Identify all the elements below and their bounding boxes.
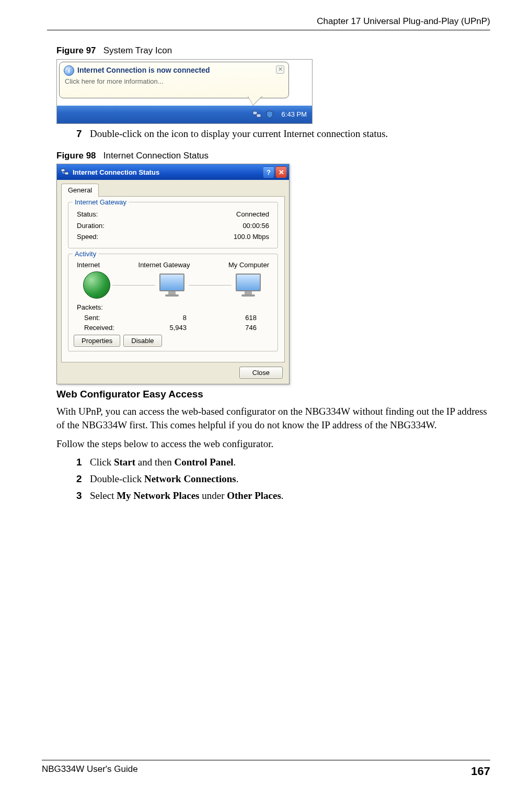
step-7: 7 Double-click on the icon to display yo…	[76, 127, 490, 141]
legend-gateway: Internet Gateway	[73, 198, 129, 207]
recv-gw: 5,943	[129, 323, 199, 333]
figure97-caption: Figure 97 System Tray Icon	[56, 45, 490, 57]
dialog-panel: Internet Gateway Status: Connected Durat…	[61, 196, 285, 362]
step-3-text: Select My Network Places under Other Pla…	[90, 489, 490, 503]
header-rule	[47, 30, 490, 30]
balloon-close-icon[interactable]: ✕	[276, 65, 284, 74]
shield-tray-icon[interactable]	[265, 110, 274, 119]
speed-label: Speed:	[77, 232, 98, 242]
figure97-text: System Tray Icon	[103, 45, 172, 55]
step-3-num: 3	[76, 489, 90, 503]
step-7-number: 7	[76, 127, 90, 141]
gateway-monitor-icon	[157, 274, 187, 297]
received-label: Received:	[77, 323, 129, 333]
sent-gw: 8	[129, 313, 199, 323]
svg-rect-3	[65, 172, 68, 175]
status-value: Connected	[236, 210, 269, 219]
figure98-text: Internet Connection Status	[103, 151, 209, 161]
figure98-dialog: Internet Connection Status ? ✕ General I…	[56, 164, 290, 384]
dialog-icon	[60, 167, 70, 177]
balloon-tail	[248, 96, 262, 105]
balloon-title-text: Internet Connection is now connected	[77, 65, 210, 75]
figure97-label: Figure 97	[56, 45, 96, 55]
col-mycomputer: My Computer	[228, 260, 269, 270]
svg-rect-2	[61, 169, 65, 172]
activity-line-1	[112, 285, 155, 286]
step-2-num: 2	[76, 472, 90, 486]
sent-label: Sent:	[77, 313, 129, 323]
step-2-text: Double-click Network Connections.	[90, 472, 490, 486]
footer-guide: NBG334W User's Guide	[42, 764, 138, 779]
tab-general[interactable]: General	[61, 184, 99, 197]
sent-pc: 618	[199, 313, 269, 323]
figure98-label: Figure 98	[56, 151, 96, 161]
status-label: Status:	[77, 210, 98, 219]
taskbar: 6:43 PM	[57, 106, 312, 123]
chapter-header: Chapter 17 Universal Plug-and-Play (UPnP…	[47, 16, 490, 28]
close-icon[interactable]: ✕	[275, 166, 287, 178]
step-7-text: Double-click on the icon to display your…	[90, 127, 490, 141]
dialog-title: Internet Connection Status	[73, 168, 159, 177]
steps-list: 1 Click Start and then Control Panel. 2 …	[76, 456, 490, 502]
dialog-titlebar: Internet Connection Status ? ✕	[57, 164, 289, 180]
activity-line-2	[189, 285, 232, 286]
properties-button[interactable]: Properties	[74, 335, 120, 347]
figure98-caption: Figure 98 Internet Connection Status	[56, 150, 490, 162]
group-internet-gateway: Internet Gateway Status: Connected Durat…	[68, 202, 278, 248]
step-2: 2 Double-click Network Connections.	[76, 472, 490, 486]
figure97-image: i Internet Connection is now connected C…	[56, 59, 313, 124]
section-heading: Web Configurator Easy Access	[56, 388, 490, 401]
taskbar-clock: 6:43 PM	[282, 110, 307, 119]
col-gateway: Internet Gateway	[138, 260, 190, 270]
section-para1: With UPnP, you can access the web-based …	[56, 405, 490, 431]
speed-value: 100.0 Mbps	[234, 232, 269, 242]
balloon-subtext: Click here for more information...	[65, 77, 284, 86]
globe-icon	[83, 271, 110, 299]
step-1-text: Click Start and then Control Panel.	[90, 456, 490, 469]
svg-rect-1	[257, 114, 261, 117]
info-icon: i	[64, 65, 74, 76]
section-para2: Follow the steps below to access the web…	[56, 437, 490, 451]
footer-page-number: 167	[471, 764, 490, 779]
step-1-num: 1	[76, 456, 90, 469]
close-button[interactable]: Close	[239, 367, 283, 379]
notification-balloon[interactable]: i Internet Connection is now connected C…	[59, 62, 289, 98]
help-button[interactable]: ?	[263, 166, 274, 178]
step-1: 1 Click Start and then Control Panel.	[76, 456, 490, 469]
footer-rule	[42, 760, 490, 760]
duration-value: 00:00:56	[242, 221, 269, 231]
group-activity: Activity Internet Internet Gateway My Co…	[68, 254, 278, 351]
computer-monitor-icon	[234, 274, 263, 297]
packets-label: Packets:	[77, 303, 269, 312]
duration-label: Duration:	[77, 221, 105, 231]
step-3: 3 Select My Network Places under Other P…	[76, 489, 490, 503]
network-tray-icon[interactable]	[252, 110, 262, 119]
recv-pc: 746	[199, 323, 269, 333]
disable-button[interactable]: Disable	[123, 335, 161, 347]
legend-activity: Activity	[73, 249, 98, 259]
col-internet: Internet	[77, 260, 100, 270]
